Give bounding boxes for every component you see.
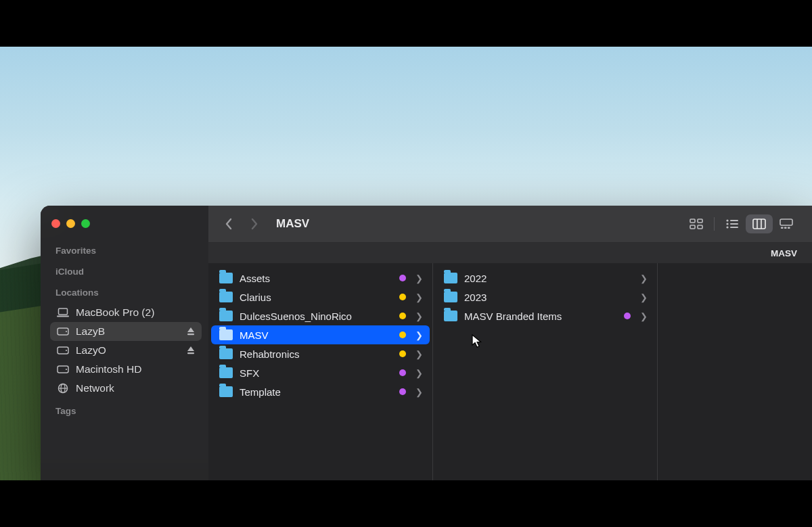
svg-rect-28 bbox=[784, 227, 787, 229]
svg-rect-22 bbox=[730, 227, 738, 228]
chevron-right-icon: ❯ bbox=[415, 292, 423, 302]
chevron-right-icon: ❯ bbox=[415, 273, 423, 283]
svg-point-6 bbox=[66, 350, 67, 351]
minimize-button[interactable] bbox=[66, 219, 75, 228]
forward-button[interactable] bbox=[246, 215, 263, 233]
sidebar-item-macbook-pro-2-[interactable]: MacBook Pro (2) bbox=[50, 303, 202, 322]
folder-label: MASV bbox=[240, 329, 269, 341]
maximize-button[interactable] bbox=[81, 219, 90, 228]
view-icons-button[interactable] bbox=[683, 214, 710, 233]
sidebar-item-lazyb[interactable]: LazyB bbox=[50, 322, 202, 341]
svg-rect-1 bbox=[57, 316, 69, 317]
svg-rect-27 bbox=[781, 227, 784, 229]
folder-row[interactable]: MASV❯ bbox=[211, 325, 430, 344]
folder-row[interactable]: Template❯ bbox=[211, 382, 430, 401]
folder-label: MASV Branded Items bbox=[464, 311, 562, 322]
folder-label: DulcesSuenos_NinoRico bbox=[240, 311, 352, 322]
chevron-right-icon: ❯ bbox=[640, 273, 648, 283]
svg-point-3 bbox=[66, 331, 67, 332]
folder-row[interactable]: Rehabtronics❯ bbox=[211, 344, 430, 363]
sidebar-heading-favorites[interactable]: Favorites bbox=[50, 240, 202, 258]
folder-icon bbox=[219, 329, 233, 340]
sidebar-item-macintosh-hd[interactable]: Macintosh HD bbox=[50, 360, 202, 379]
view-gallery-button[interactable] bbox=[773, 214, 800, 233]
view-mode-group bbox=[683, 214, 800, 233]
folder-row[interactable]: Assets❯ bbox=[211, 269, 430, 288]
column-2[interactable] bbox=[658, 263, 812, 480]
tag-dot-yellow bbox=[399, 350, 406, 357]
window-controls bbox=[50, 218, 202, 237]
folder-icon bbox=[444, 273, 457, 283]
folder-label: Template bbox=[240, 386, 281, 398]
folder-icon bbox=[219, 367, 233, 378]
sidebar-item-network[interactable]: Network bbox=[50, 379, 202, 398]
chevron-right-icon: ❯ bbox=[640, 292, 648, 302]
svg-rect-23 bbox=[753, 219, 765, 229]
column-browser: Assets❯Clarius❯DulcesSuenos_NinoRico❯MAS… bbox=[208, 263, 812, 480]
folder-icon bbox=[444, 292, 457, 302]
svg-rect-14 bbox=[698, 219, 702, 223]
chevron-right-icon: ❯ bbox=[415, 387, 423, 397]
folder-row[interactable]: 2023❯ bbox=[436, 288, 654, 306]
folder-label: SFX bbox=[240, 367, 259, 379]
folder-icon bbox=[219, 273, 233, 283]
svg-rect-15 bbox=[690, 225, 695, 229]
folder-label: 2023 bbox=[464, 292, 487, 303]
svg-rect-20 bbox=[730, 223, 738, 225]
svg-point-19 bbox=[726, 223, 728, 225]
toolbar-title: MASV bbox=[276, 217, 309, 231]
folder-row[interactable]: 2022❯ bbox=[436, 269, 654, 288]
sidebar-heading-icloud[interactable]: iCloud bbox=[50, 261, 202, 279]
tag-dot-yellow bbox=[399, 313, 406, 319]
svg-rect-29 bbox=[788, 227, 790, 229]
sidebar-item-lazyo[interactable]: LazyO bbox=[50, 341, 202, 360]
path-segment[interactable]: MASV bbox=[771, 248, 797, 258]
letterbox-top bbox=[0, 0, 812, 47]
tag-dot-purple bbox=[399, 388, 406, 395]
folder-icon bbox=[219, 386, 233, 397]
folder-icon bbox=[219, 311, 233, 321]
sidebar-heading-tags[interactable]: Tags bbox=[50, 400, 202, 419]
sidebar-item-label: MacBook Pro (2) bbox=[76, 306, 154, 319]
sidebar-heading-locations[interactable]: Locations bbox=[50, 282, 202, 300]
view-list-button[interactable] bbox=[719, 214, 746, 233]
folder-label: Rehabtronics bbox=[240, 348, 299, 360]
chevron-right-icon: ❯ bbox=[415, 349, 423, 359]
svg-point-17 bbox=[726, 219, 728, 221]
svg-point-21 bbox=[726, 226, 728, 228]
folder-row[interactable]: Clarius❯ bbox=[211, 288, 430, 306]
folder-row[interactable]: SFX❯ bbox=[211, 363, 430, 382]
letterbox-bottom bbox=[0, 480, 812, 527]
back-button[interactable] bbox=[221, 215, 237, 233]
folder-label: Clarius bbox=[240, 292, 271, 303]
eject-icon[interactable] bbox=[187, 346, 195, 355]
finder-toolbar: MASV bbox=[208, 206, 812, 243]
tag-dot-purple bbox=[399, 369, 406, 376]
svg-point-9 bbox=[66, 369, 67, 370]
view-columns-button[interactable] bbox=[746, 214, 773, 233]
close-button[interactable] bbox=[51, 219, 60, 228]
chevron-right-icon: ❯ bbox=[640, 311, 648, 321]
folder-row[interactable]: DulcesSuenos_NinoRico❯ bbox=[211, 306, 430, 325]
sidebar-item-label: LazyO bbox=[76, 344, 106, 357]
folder-label: 2022 bbox=[464, 273, 487, 284]
path-bar[interactable]: MASV bbox=[208, 243, 812, 263]
chevron-right-icon: ❯ bbox=[415, 330, 423, 340]
column-0[interactable]: Assets❯Clarius❯DulcesSuenos_NinoRico❯MAS… bbox=[208, 263, 433, 480]
svg-rect-4 bbox=[187, 334, 194, 335]
globe-icon bbox=[57, 383, 69, 394]
eject-icon[interactable] bbox=[187, 327, 195, 336]
column-1[interactable]: 2022❯2023❯MASV Branded Items❯ bbox=[433, 263, 658, 480]
sidebar-item-label: LazyB bbox=[76, 325, 105, 338]
folder-icon bbox=[219, 292, 233, 302]
finder-main: MASV bbox=[208, 206, 812, 480]
finder-sidebar: Favorites iCloud Locations MacBook Pro (… bbox=[41, 206, 208, 480]
svg-rect-26 bbox=[780, 219, 792, 225]
tag-dot-purple bbox=[624, 313, 631, 319]
folder-row[interactable]: MASV Branded Items❯ bbox=[436, 306, 654, 325]
svg-rect-18 bbox=[730, 220, 738, 221]
svg-rect-0 bbox=[59, 308, 68, 315]
svg-rect-7 bbox=[187, 352, 194, 354]
chevron-right-icon: ❯ bbox=[415, 368, 423, 378]
hdd-icon bbox=[57, 365, 69, 373]
